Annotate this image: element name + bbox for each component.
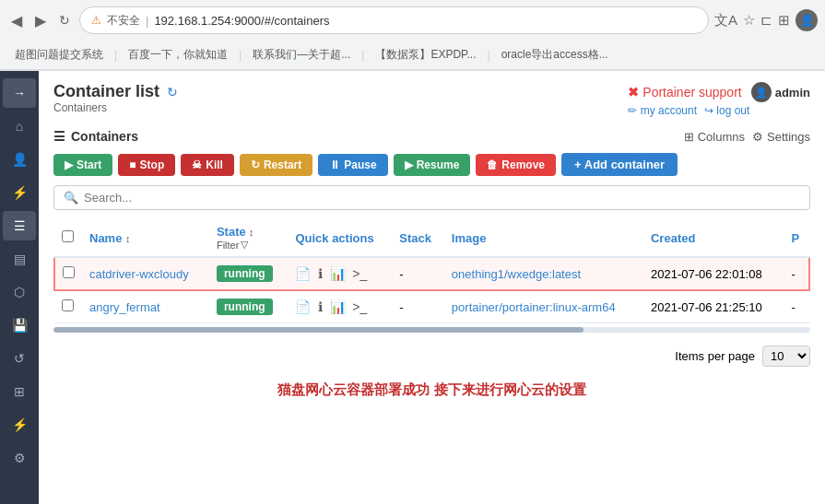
pause-button[interactable]: ⏸ Pause bbox=[318, 154, 387, 176]
kill-button[interactable]: ☠ Kill bbox=[181, 154, 234, 176]
horizontal-scrollbar[interactable] bbox=[53, 327, 810, 334]
table-container: Name ↕ State ↕ Filter ▽ bbox=[53, 219, 810, 338]
logs-icon[interactable]: 📄 bbox=[295, 266, 311, 281]
row-checkbox[interactable] bbox=[62, 299, 74, 311]
stop-icon: ■ bbox=[129, 158, 136, 171]
quick-actions-cell: 📄 ℹ 📊 >_ bbox=[288, 257, 392, 290]
sidebar-item-stack[interactable]: ⚡ bbox=[3, 178, 36, 207]
remove-button[interactable]: 🗑 Remove bbox=[476, 154, 556, 176]
sidebar-item-containers[interactable]: ☰ bbox=[3, 211, 36, 240]
sidebar-item-home[interactable]: ⌂ bbox=[3, 111, 36, 141]
sidebar: → ⌂ 👤 ⚡ ☰ ▤ ⬡ 💾 ↺ ⊞ ⚡ bbox=[0, 71, 39, 504]
container-name[interactable]: catdriver-wxcloudy bbox=[89, 267, 189, 281]
address-bar[interactable]: ⚠ 不安全 | 192.168.1.254:9000/#/containers bbox=[79, 6, 709, 34]
image-link[interactable]: onething1/wxedge:latest bbox=[452, 267, 581, 281]
reload-button[interactable]: ↻ bbox=[55, 11, 74, 29]
translate-icon[interactable]: 文A bbox=[714, 12, 737, 29]
table-row: catdriver-wxcloudy running 📄 ℹ 📊 >_ - bbox=[54, 257, 809, 290]
stack-cell: - bbox=[392, 257, 444, 290]
stats-icon[interactable]: 📊 bbox=[330, 266, 346, 281]
browser-toolbar: ◀ ▶ ↻ ⚠ 不安全 | 192.168.1.254:9000/#/conta… bbox=[0, 0, 825, 41]
settings-icon: ⚙ bbox=[14, 451, 26, 465]
logout-link[interactable]: ↪ log out bbox=[704, 104, 749, 117]
filter-label: Filter bbox=[217, 240, 239, 251]
p-cell: - bbox=[784, 257, 809, 290]
restart-icon: ↻ bbox=[251, 158, 260, 171]
items-per-page-select[interactable]: 10 25 50 100 bbox=[762, 346, 810, 367]
user-icon: 👤 bbox=[12, 152, 28, 167]
inspect-icon[interactable]: ℹ bbox=[318, 299, 323, 314]
image-column-header[interactable]: Image bbox=[444, 219, 643, 257]
created-cell: 2021-07-06 22:01:08 bbox=[643, 257, 784, 290]
sidebar-item-events[interactable]: ↺ bbox=[3, 344, 36, 373]
row-checkbox[interactable] bbox=[63, 266, 75, 278]
refresh-icon[interactable]: ↻ bbox=[167, 85, 178, 100]
console-icon[interactable]: >_ bbox=[352, 266, 367, 281]
page-title: Container list bbox=[53, 82, 159, 101]
settings-button[interactable]: ⚙ Settings bbox=[752, 130, 810, 144]
table-header: Name ↕ State ↕ Filter ▽ bbox=[54, 219, 809, 257]
browser-actions: 文A ☆ ⊏ ⊞ 👤 bbox=[714, 9, 818, 31]
logs-icon[interactable]: 📄 bbox=[295, 299, 311, 314]
tab-expdp[interactable]: 【数据泵】EXPDP... bbox=[368, 43, 483, 66]
my-account-link[interactable]: ✏ my account bbox=[628, 104, 697, 117]
inspect-icon[interactable]: ℹ bbox=[318, 266, 323, 281]
bookmark-star-icon[interactable]: ☆ bbox=[743, 12, 755, 29]
created-column-header[interactable]: Created bbox=[643, 219, 784, 257]
network-icon: ⬡ bbox=[14, 285, 25, 299]
stack-column-header[interactable]: Stack bbox=[392, 219, 444, 257]
columns-button[interactable]: ⊞ Columns bbox=[684, 130, 745, 144]
back-button[interactable]: ◀ bbox=[7, 10, 26, 31]
name-sort-icon: ↕ bbox=[125, 233, 131, 244]
extension-icon[interactable]: ⊞ bbox=[778, 12, 790, 29]
images-icon: ▤ bbox=[14, 252, 26, 266]
sidebar-item-networks[interactable]: ⬡ bbox=[3, 277, 36, 307]
sidebar-item-expand[interactable]: → bbox=[3, 78, 36, 108]
row-checkbox-cell bbox=[54, 257, 82, 290]
start-button[interactable]: ▶ Start bbox=[53, 154, 112, 176]
sidebar-item-host[interactable]: ⊞ bbox=[3, 377, 36, 406]
container-name[interactable]: angry_fermat bbox=[89, 300, 160, 314]
tab-oracle[interactable]: oracle导出access格... bbox=[494, 43, 616, 66]
resume-button[interactable]: ▶ Resume bbox=[394, 154, 471, 176]
collections-icon[interactable]: ⊏ bbox=[760, 12, 772, 29]
toolbar: ☰ Containers ⊞ Columns ⚙ Settings bbox=[53, 129, 810, 144]
main-content: Container list ↻ Containers ✖ Portainer … bbox=[39, 71, 825, 504]
filter-icon[interactable]: ▽ bbox=[241, 239, 248, 251]
tab-separator-2: | bbox=[239, 49, 242, 62]
sidebar-item-swarm[interactable]: ⚡ bbox=[3, 410, 36, 440]
image-link[interactable]: portainer/portainer:linux-arm64 bbox=[452, 300, 616, 314]
columns-icon: ⊞ bbox=[684, 130, 694, 144]
stats-icon[interactable]: 📊 bbox=[330, 299, 346, 314]
tab-chaotu[interactable]: 超图问题提交系统 bbox=[7, 43, 111, 66]
containers-table: Name ↕ State ↕ Filter ▽ bbox=[53, 219, 810, 323]
sidebar-item-images[interactable]: ▤ bbox=[3, 244, 36, 274]
tab-contact[interactable]: 联系我们—关于超... bbox=[245, 43, 358, 66]
admin-links: ✏ my account ↪ log out bbox=[628, 104, 810, 117]
state-column-header[interactable]: State ↕ Filter ▽ bbox=[209, 219, 288, 257]
search-input[interactable] bbox=[84, 191, 800, 205]
console-icon[interactable]: >_ bbox=[352, 299, 367, 314]
search-bar: 🔍 bbox=[53, 185, 810, 210]
select-all-header bbox=[54, 219, 82, 257]
sidebar-item-settings[interactable]: ⚙ bbox=[3, 443, 36, 473]
restart-button[interactable]: ↻ Restart bbox=[240, 154, 312, 176]
tab-separator-3: | bbox=[361, 49, 364, 62]
stack-cell: - bbox=[392, 290, 444, 323]
sidebar-item-volumes[interactable]: 💾 bbox=[3, 311, 36, 340]
add-container-button[interactable]: + Add container bbox=[561, 153, 678, 176]
sidebar-item-user[interactable]: 👤 bbox=[3, 145, 36, 174]
p-cell: - bbox=[784, 290, 809, 323]
tab-separator-1: | bbox=[114, 49, 117, 62]
account-icon[interactable]: 👤 bbox=[796, 9, 818, 31]
select-all-checkbox[interactable] bbox=[62, 230, 74, 242]
skull-icon: ☠ bbox=[192, 158, 202, 171]
portainer-support-link[interactable]: ✖ Portainer support bbox=[628, 85, 741, 100]
stop-button[interactable]: ■ Stop bbox=[118, 154, 175, 176]
trash-icon: 🗑 bbox=[487, 158, 498, 171]
forward-button[interactable]: ▶ bbox=[31, 10, 50, 31]
table-row: angry_fermat running 📄 ℹ 📊 >_ - bbox=[54, 290, 809, 323]
name-column-header[interactable]: Name ↕ bbox=[82, 219, 209, 257]
browser-chrome: ◀ ▶ ↻ ⚠ 不安全 | 192.168.1.254:9000/#/conta… bbox=[0, 0, 825, 71]
tab-baidu[interactable]: 百度一下，你就知道 bbox=[121, 43, 235, 66]
